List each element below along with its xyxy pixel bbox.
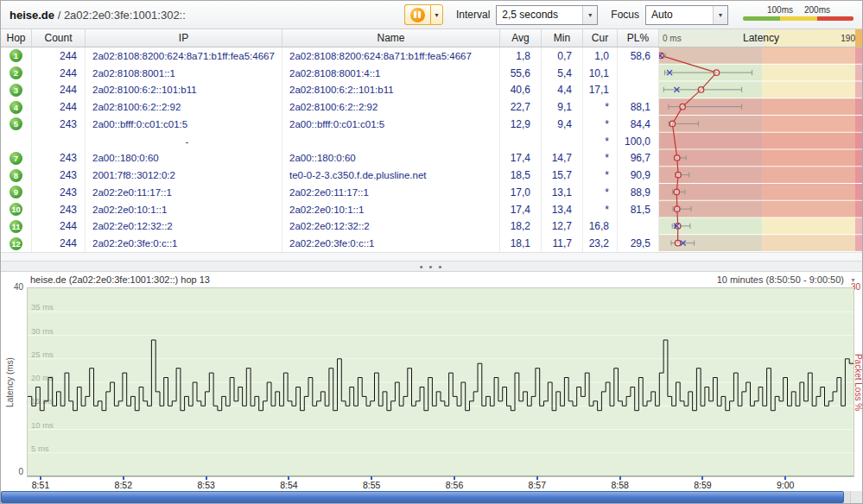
cell-name: 2a02:2e0:10:1::1 [282,201,500,218]
hop-number-badge: 8 [10,169,22,182]
focus-label: Focus [611,9,639,21]
latency-scale-min-label: 0 ms [663,34,682,43]
cell-avg: 22,7 [500,98,542,116]
cell-ip: 2a02:8100:6:2::101:b11 [86,82,282,99]
timeline-scrollbar-thumb[interactable] [1,491,844,503]
x-axis-label: 8:55 [363,480,380,490]
cell-name: 2a02:2e0:11:17::1 [282,184,500,201]
cell-avg: 17,0 [500,184,542,201]
cell-avg: 1,8 [500,47,542,65]
cell-min: 12,7 [542,218,583,236]
target-address: 2a02:2e0:3fe:1001:302:: [64,9,186,22]
cell-count: 243 [32,150,86,167]
timeline-scrollbar[interactable] [1,491,862,503]
latency-scale-max-label: 190 [841,34,855,43]
cell-hop: 10 [1,201,32,218]
focus-select[interactable]: Auto ▾ [645,5,728,25]
cell-min: 9,4 [542,116,583,133]
table-horizontal-scrollbar[interactable] [1,252,862,261]
cell-hop [1,133,32,150]
hop-number-badge: 4 [10,101,22,114]
cell-count: 244 [32,235,86,252]
timeline-title: heise.de (2a02:2e0:3fe:1001:302::) hop 1… [30,274,210,285]
cell-count: 243 [32,167,86,184]
title-separator: / [54,9,64,22]
cell-count [32,133,86,150]
cell-min [542,133,583,150]
cell-min: 4,4 [542,82,583,99]
scrollbar-corner [850,491,862,503]
y2-axis-title: Packet Loss % [853,354,863,411]
latency-mini-graph-svg [659,47,862,252]
timeline-header: heise.de (2a02:2e0:3fe:1001:302::) hop 1… [1,272,862,287]
cell-hop: 9 [1,184,32,201]
cell-ip: 2a02:2e0:3fe:0:c::1 [86,235,282,252]
cell-pl: 100,0 [618,133,659,150]
timeline-plot[interactable]: 35 ms30 ms25 ms20 ms15 ms10 ms5 ms [27,287,854,477]
cell-hop: 2 [1,65,32,82]
cell-pl: 81,5 [618,201,659,218]
latency-mini-graph[interactable] [659,47,862,252]
pause-icon [410,8,425,22]
cell-name: 2a00::bfff:0:c01:c01:5 [282,116,500,133]
cell-avg [500,133,542,150]
svg-text:10 ms: 10 ms [31,420,54,430]
cell-cur: * [583,201,618,218]
chevron-down-icon: ▾ [582,6,597,24]
y-axis-min-label: 0 [1,467,23,476]
svg-text:30 ms: 30 ms [31,326,54,336]
col-header-count[interactable]: Count [32,29,86,47]
cell-ip: 2001:7f8::3012:0:2 [86,167,282,184]
cell-min: 11,7 [542,235,583,252]
cell-avg: 18,1 [500,235,542,252]
col-header-min[interactable]: Min [542,29,583,47]
hop-number-badge: 3 [10,84,22,97]
col-header-pl[interactable]: PL% [618,29,659,47]
cell-cur: 16,8 [583,218,618,236]
chevron-down-icon: ▾ [713,6,727,24]
x-axis-label: 8:59 [694,480,711,490]
x-axis-label: 8:58 [611,480,628,490]
col-header-avg[interactable]: Avg [500,29,542,47]
col-header-ip[interactable]: IP [86,29,282,47]
cell-count: 244 [32,65,86,82]
pause-dropdown-button[interactable]: ▾ [430,4,443,25]
cell-pl [618,82,659,99]
cell-pl [618,65,659,82]
cell-avg: 18,2 [500,218,542,236]
cell-min: 5,4 [542,65,583,82]
pause-button[interactable] [404,4,430,25]
x-axis-label: 8:57 [529,480,546,490]
chevron-down-icon: ▾ [435,11,438,19]
timeline-range-selector[interactable]: 10 minutes (8:50:50 - 9:00:50) [717,274,844,285]
timeline-plot-svg: 35 ms30 ms25 ms20 ms15 ms10 ms5 ms [28,288,853,476]
cell-hop: 11 [1,218,32,236]
pingplotter-window: heise.de / 2a02:2e0:3fe:1001:302:: ▾ Int… [0,0,863,504]
cell-count: 244 [32,47,86,65]
cell-count: 243 [32,184,86,201]
interval-value: 2,5 seconds [497,9,582,21]
col-header-latency-graph[interactable]: 0 ms Latency 190 [659,29,862,47]
cell-min: 15,7 [542,167,583,184]
hop-number-badge: 5 [10,117,22,130]
interval-select[interactable]: 2,5 seconds ▾ [496,5,598,25]
cell-ip: 2a00::bfff:0:c01:c01:5 [86,116,282,133]
x-axis-label: 8:53 [197,480,214,490]
cell-pl: 96,7 [618,150,659,167]
cell-ip: 2a02:2e0:10:1::1 [86,201,282,218]
cell-name: 2a00::180:0:60 [282,150,500,167]
cell-cur: 10,1 [583,65,618,82]
cell-name [282,133,500,150]
panel-splitter[interactable]: • • • [1,261,862,272]
latency-graph-title: Latency [743,32,779,44]
col-header-name[interactable]: Name [282,29,500,47]
cell-ip: 2a02:8108:8200:624:8a71:b1ff:fea5:4667 [86,47,282,65]
cell-count: 244 [32,82,86,99]
cell-name: 2a02:8108:8001:4::1 [282,65,500,82]
x-axis-label: 8:56 [446,480,463,490]
col-header-hop[interactable]: Hop [1,29,32,47]
cell-cur: * [583,167,618,184]
cell-avg: 55,6 [500,65,542,82]
col-header-cur[interactable]: Cur [583,29,618,47]
target-host: heise.de [10,9,54,22]
